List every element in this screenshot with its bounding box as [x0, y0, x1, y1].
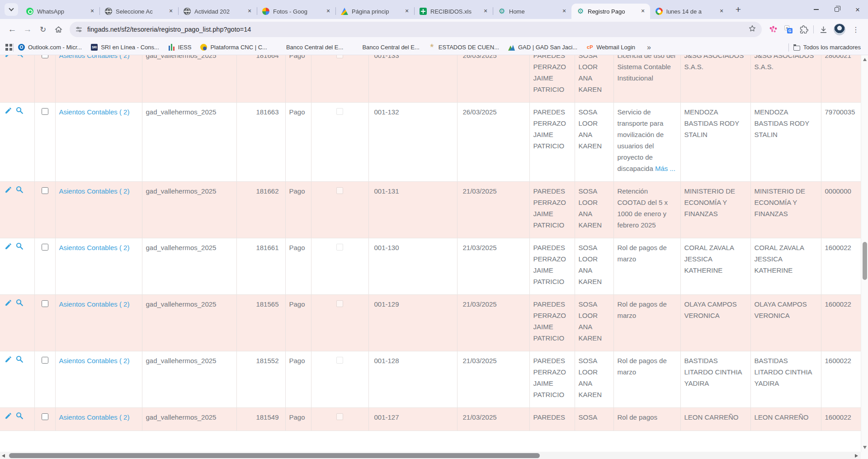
row-checkbox[interactable] — [42, 357, 48, 364]
extension-pink-icon[interactable] — [765, 22, 781, 37]
row-checkbox[interactable] — [42, 413, 48, 420]
browser-tab[interactable]: Fotos - Goog × — [257, 4, 335, 19]
flag-checkbox[interactable] — [336, 300, 343, 307]
close-icon[interactable]: × — [482, 8, 489, 15]
scroll-up-icon[interactable] — [863, 58, 867, 61]
forward-button[interactable]: → — [20, 22, 35, 37]
flag-checkbox[interactable] — [336, 55, 343, 58]
asientos-contables-link[interactable]: Asientos Contables ( 2) — [59, 357, 130, 364]
search-icon[interactable] — [15, 106, 24, 118]
bookmark-item[interactable]: Banco Central del E... — [276, 44, 343, 51]
edit-icon[interactable] — [5, 106, 12, 118]
globe-icon — [105, 8, 112, 15]
asientos-contables-link[interactable]: Asientos Contables ( 2) — [59, 413, 130, 421]
scroll-left-icon[interactable] — [2, 454, 5, 458]
search-icon[interactable] — [15, 412, 24, 423]
close-icon[interactable]: × — [89, 8, 96, 15]
bookmark-item[interactable]: O Outlook.com - Micr... — [18, 44, 82, 51]
browser-tab[interactable]: RECIBIDOS.xls × — [414, 4, 493, 19]
bookmark-item[interactable]: SRI SRI en Línea - Cons... — [91, 44, 159, 51]
close-icon[interactable]: × — [561, 8, 568, 15]
search-icon[interactable] — [15, 298, 24, 310]
browser-tab[interactable]: Seleccione Ac × — [99, 4, 178, 19]
bookmark-item[interactable]: ESTADOS DE CUEN... — [429, 44, 499, 51]
asientos-contables-link[interactable]: Asientos Contables ( 2) — [59, 244, 130, 251]
flag-checkbox[interactable] — [336, 244, 343, 251]
asientos-contables-link[interactable]: Asientos Contables ( 2) — [59, 187, 130, 195]
horizontal-scrollbar[interactable] — [0, 452, 868, 459]
table-row: Asientos Contables ( 2) gad_vallehermos_… — [0, 408, 861, 431]
browser-tab[interactable]: Registro Pago × — [571, 4, 650, 19]
site-settings-icon[interactable] — [75, 26, 83, 33]
browser-tab[interactable]: lunes 14 de a × — [650, 4, 729, 19]
vertical-scrollbar[interactable] — [861, 55, 868, 452]
bookmark-star-icon[interactable] — [748, 24, 756, 34]
bookmarks-overflow-chevron[interactable]: » — [647, 43, 651, 52]
url-text[interactable]: fingads.net/sf2/tesoreria/registro_pago_… — [87, 26, 745, 33]
edit-icon[interactable] — [5, 55, 12, 61]
search-icon[interactable] — [15, 242, 24, 253]
apps-grid-icon[interactable] — [5, 44, 12, 51]
new-tab-button[interactable]: + — [731, 3, 745, 16]
scroll-down-icon[interactable] — [863, 446, 867, 449]
flag-checkbox[interactable] — [336, 108, 343, 115]
bookmark-item[interactable]: Plataforma CNC | C... — [200, 44, 267, 51]
close-icon[interactable]: × — [167, 8, 175, 15]
browser-tab[interactable]: WhatsApp × — [21, 4, 99, 19]
search-icon[interactable] — [15, 185, 24, 197]
close-icon[interactable]: × — [403, 8, 410, 15]
reload-button[interactable]: ↻ — [35, 22, 51, 37]
bookmark-item[interactable]: Banco Central del E... — [352, 44, 419, 51]
row-checkbox[interactable] — [42, 187, 48, 194]
horizontal-scroll-thumb[interactable] — [9, 453, 540, 458]
flag-checkbox[interactable] — [336, 357, 343, 364]
extensions-puzzle-icon[interactable] — [796, 22, 811, 37]
downloads-icon[interactable] — [816, 22, 831, 37]
edit-icon[interactable] — [5, 185, 12, 197]
flag-checkbox[interactable] — [336, 187, 343, 194]
search-icon[interactable] — [15, 355, 24, 366]
close-icon[interactable]: × — [718, 8, 725, 15]
tab-strip: WhatsApp × Seleccione Ac × Actividad 202… — [0, 0, 868, 19]
row-checkbox[interactable] — [42, 300, 48, 307]
minimize-button[interactable] — [806, 0, 826, 19]
bookmark-label: Banco Central del E... — [286, 44, 343, 51]
browser-tab[interactable]: Página princip × — [335, 4, 414, 19]
description-cell: Rol de pagos de marzo — [613, 295, 680, 351]
edit-icon[interactable] — [5, 242, 12, 253]
asientos-contables-link[interactable]: Asientos Contables ( 2) — [59, 300, 130, 308]
sri-icon: SRI — [91, 44, 98, 51]
vertical-scroll-thumb[interactable] — [863, 242, 867, 280]
back-button[interactable]: ← — [5, 22, 20, 37]
edit-icon[interactable] — [5, 298, 12, 310]
close-icon[interactable]: × — [639, 8, 646, 15]
row-checkbox[interactable] — [42, 244, 48, 251]
tab-search-button[interactable] — [5, 3, 18, 16]
bookmark-item[interactable]: IESS — [168, 44, 192, 51]
translate-icon[interactable]: aG — [781, 22, 796, 37]
edit-icon[interactable] — [5, 355, 12, 366]
asientos-contables-link[interactable]: Asientos Contables ( 2) — [59, 55, 130, 59]
row-checkbox[interactable] — [42, 108, 48, 115]
browser-tab[interactable]: Actividad 202 × — [178, 4, 257, 19]
bookmark-item[interactable]: GAD | GAD San Jaci... — [508, 44, 577, 51]
asientos-contables-link[interactable]: Asientos Contables ( 2) — [59, 108, 130, 116]
flag-checkbox[interactable] — [336, 413, 343, 420]
edit-icon[interactable] — [5, 412, 12, 423]
close-icon[interactable]: × — [246, 8, 253, 15]
restore-button[interactable] — [826, 0, 847, 19]
address-bar[interactable]: fingads.net/sf2/tesoreria/registro_pago_… — [70, 22, 762, 37]
all-bookmarks-button[interactable]: Todos los marcadores — [793, 44, 861, 51]
bookmark-item[interactable]: cP Webmail Login — [586, 44, 635, 51]
search-icon[interactable] — [15, 55, 24, 61]
close-window-button[interactable]: × — [847, 0, 868, 19]
more-link[interactable]: Más ... — [655, 165, 675, 172]
browser-tab[interactable]: Home × — [493, 4, 571, 19]
profile-avatar[interactable] — [834, 24, 845, 35]
close-icon[interactable]: × — [325, 8, 332, 15]
row-checkbox[interactable] — [42, 55, 48, 58]
home-button[interactable] — [51, 22, 66, 37]
bookmark-label: ESTADOS DE CUEN... — [439, 44, 499, 51]
browser-menu-icon[interactable]: ⋮ — [848, 22, 863, 37]
scroll-right-icon[interactable] — [855, 454, 858, 458]
